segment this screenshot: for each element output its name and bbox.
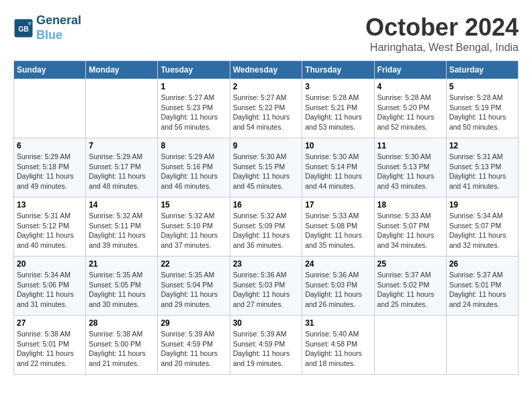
calendar-week-5: 27Sunrise: 5:38 AMSunset: 5:01 PMDayligh… — [14, 316, 519, 375]
day-number: 26 — [449, 259, 515, 269]
calendar-cell: 23Sunrise: 5:36 AMSunset: 5:03 PMDayligh… — [230, 257, 302, 316]
day-number: 2 — [233, 82, 300, 91]
day-number: 12 — [449, 141, 515, 150]
day-info: Sunrise: 5:31 AMSunset: 5:13 PMDaylight:… — [449, 152, 515, 191]
day-number: 3 — [305, 82, 371, 91]
day-number: 29 — [161, 318, 226, 328]
day-number: 31 — [305, 318, 371, 328]
day-info: Sunrise: 5:28 AMSunset: 5:19 PMDaylight:… — [449, 93, 515, 132]
calendar-cell — [446, 316, 518, 375]
calendar-cell: 28Sunrise: 5:38 AMSunset: 5:00 PMDayligh… — [86, 316, 158, 375]
day-info: Sunrise: 5:28 AMSunset: 5:20 PMDaylight:… — [378, 93, 443, 132]
calendar-cell: 21Sunrise: 5:35 AMSunset: 5:05 PMDayligh… — [86, 257, 158, 316]
day-info: Sunrise: 5:33 AMSunset: 5:08 PMDaylight:… — [305, 211, 371, 250]
day-number: 7 — [89, 141, 154, 150]
day-number: 5 — [449, 82, 515, 91]
day-number: 1 — [161, 82, 226, 91]
day-number: 9 — [233, 141, 300, 150]
weekday-header-row: SundayMondayTuesdayWednesdayThursdayFrid… — [14, 61, 519, 79]
calendar-cell: 16Sunrise: 5:32 AMSunset: 5:09 PMDayligh… — [230, 197, 302, 257]
day-number: 24 — [305, 259, 371, 269]
day-number: 21 — [89, 259, 154, 269]
day-number: 11 — [378, 141, 443, 150]
day-info: Sunrise: 5:36 AMSunset: 5:03 PMDaylight:… — [233, 270, 300, 310]
calendar-cell: 12Sunrise: 5:31 AMSunset: 5:13 PMDayligh… — [446, 138, 518, 197]
title-area: October 2024 Haringhata, West Bengal, In… — [365, 13, 519, 54]
calendar-cell: 13Sunrise: 5:31 AMSunset: 5:12 PMDayligh… — [14, 197, 86, 257]
calendar-cell: 19Sunrise: 5:34 AMSunset: 5:07 PMDayligh… — [446, 197, 518, 257]
calendar-cell: 26Sunrise: 5:37 AMSunset: 5:01 PMDayligh… — [446, 257, 518, 316]
calendar-week-1: 1Sunrise: 5:27 AMSunset: 5:23 PMDaylight… — [14, 79, 519, 138]
calendar-cell — [86, 79, 158, 138]
day-number: 23 — [233, 259, 300, 269]
day-info: Sunrise: 5:34 AMSunset: 5:06 PMDaylight:… — [17, 270, 83, 310]
day-info: Sunrise: 5:38 AMSunset: 5:00 PMDaylight:… — [89, 329, 154, 369]
day-info: Sunrise: 5:27 AMSunset: 5:23 PMDaylight:… — [161, 93, 226, 132]
day-number: 27 — [17, 318, 83, 328]
day-number: 28 — [89, 318, 154, 328]
day-info: Sunrise: 5:32 AMSunset: 5:09 PMDaylight:… — [233, 211, 300, 250]
calendar-cell: 29Sunrise: 5:39 AMSunset: 4:59 PMDayligh… — [158, 316, 230, 375]
calendar-cell: 1Sunrise: 5:27 AMSunset: 5:23 PMDaylight… — [158, 79, 230, 138]
location: Haringhata, West Bengal, India — [365, 42, 519, 54]
day-number: 6 — [17, 141, 83, 150]
calendar-cell: 11Sunrise: 5:30 AMSunset: 5:13 PMDayligh… — [374, 138, 446, 197]
calendar-cell — [14, 79, 86, 138]
calendar-cell: 31Sunrise: 5:40 AMSunset: 4:58 PMDayligh… — [302, 316, 374, 375]
day-info: Sunrise: 5:35 AMSunset: 5:04 PMDaylight:… — [161, 270, 226, 310]
calendar-cell: 8Sunrise: 5:29 AMSunset: 5:16 PMDaylight… — [158, 138, 230, 197]
day-number: 17 — [305, 200, 371, 210]
calendar-cell: 17Sunrise: 5:33 AMSunset: 5:08 PMDayligh… — [302, 197, 374, 257]
day-info: Sunrise: 5:32 AMSunset: 5:10 PMDaylight:… — [161, 211, 226, 250]
calendar-table: SundayMondayTuesdayWednesdayThursdayFrid… — [13, 60, 519, 375]
day-info: Sunrise: 5:27 AMSunset: 5:22 PMDaylight:… — [233, 93, 300, 132]
day-info: Sunrise: 5:29 AMSunset: 5:17 PMDaylight:… — [89, 152, 154, 191]
day-info: Sunrise: 5:34 AMSunset: 5:07 PMDaylight:… — [449, 211, 515, 250]
day-number: 14 — [89, 200, 154, 210]
calendar-cell: 14Sunrise: 5:32 AMSunset: 5:11 PMDayligh… — [86, 197, 158, 257]
logo-text: General Blue — [36, 13, 81, 42]
weekday-header-wednesday: Wednesday — [230, 61, 302, 79]
day-info: Sunrise: 5:39 AMSunset: 4:59 PMDaylight:… — [233, 329, 300, 369]
day-number: 4 — [378, 82, 443, 91]
calendar-cell: 24Sunrise: 5:36 AMSunset: 5:03 PMDayligh… — [302, 257, 374, 316]
day-number: 15 — [161, 200, 226, 210]
calendar-cell: 4Sunrise: 5:28 AMSunset: 5:20 PMDaylight… — [374, 79, 446, 138]
day-info: Sunrise: 5:29 AMSunset: 5:16 PMDaylight:… — [161, 152, 226, 191]
day-info: Sunrise: 5:28 AMSunset: 5:21 PMDaylight:… — [305, 93, 371, 132]
day-info: Sunrise: 5:33 AMSunset: 5:07 PMDaylight:… — [378, 211, 443, 250]
day-info: Sunrise: 5:35 AMSunset: 5:05 PMDaylight:… — [89, 270, 154, 310]
day-number: 10 — [305, 141, 371, 150]
day-info: Sunrise: 5:29 AMSunset: 5:18 PMDaylight:… — [17, 152, 83, 191]
day-info: Sunrise: 5:31 AMSunset: 5:12 PMDaylight:… — [17, 211, 83, 250]
day-number: 19 — [449, 200, 515, 210]
calendar-cell: 9Sunrise: 5:30 AMSunset: 5:15 PMDaylight… — [230, 138, 302, 197]
calendar-week-3: 13Sunrise: 5:31 AMSunset: 5:12 PMDayligh… — [14, 197, 519, 257]
calendar-cell: 22Sunrise: 5:35 AMSunset: 5:04 PMDayligh… — [158, 257, 230, 316]
weekday-header-friday: Friday — [374, 61, 446, 79]
weekday-header-sunday: Sunday — [14, 61, 86, 79]
day-number: 30 — [233, 318, 300, 328]
calendar-cell: 7Sunrise: 5:29 AMSunset: 5:17 PMDaylight… — [86, 138, 158, 197]
day-number: 18 — [378, 200, 443, 210]
day-info: Sunrise: 5:39 AMSunset: 4:59 PMDaylight:… — [161, 329, 226, 369]
weekday-header-thursday: Thursday — [302, 61, 374, 79]
calendar-cell: 15Sunrise: 5:32 AMSunset: 5:10 PMDayligh… — [158, 197, 230, 257]
weekday-header-saturday: Saturday — [446, 61, 518, 79]
day-number: 13 — [17, 200, 83, 210]
weekday-header-tuesday: Tuesday — [158, 61, 230, 79]
day-info: Sunrise: 5:36 AMSunset: 5:03 PMDaylight:… — [305, 270, 371, 310]
day-info: Sunrise: 5:37 AMSunset: 5:02 PMDaylight:… — [378, 270, 443, 310]
calendar-cell — [374, 316, 446, 375]
calendar-cell: 3Sunrise: 5:28 AMSunset: 5:21 PMDaylight… — [302, 79, 374, 138]
calendar-cell: 5Sunrise: 5:28 AMSunset: 5:19 PMDaylight… — [446, 79, 518, 138]
calendar-cell: 6Sunrise: 5:29 AMSunset: 5:18 PMDaylight… — [14, 138, 86, 197]
day-number: 22 — [161, 259, 226, 269]
calendar-cell: 2Sunrise: 5:27 AMSunset: 5:22 PMDaylight… — [230, 79, 302, 138]
calendar-cell: 18Sunrise: 5:33 AMSunset: 5:07 PMDayligh… — [374, 197, 446, 257]
day-number: 20 — [17, 259, 83, 269]
calendar-week-2: 6Sunrise: 5:29 AMSunset: 5:18 PMDaylight… — [14, 138, 519, 197]
logo-icon: GB — [13, 18, 34, 38]
day-number: 16 — [233, 200, 300, 210]
calendar-cell: 30Sunrise: 5:39 AMSunset: 4:59 PMDayligh… — [230, 316, 302, 375]
